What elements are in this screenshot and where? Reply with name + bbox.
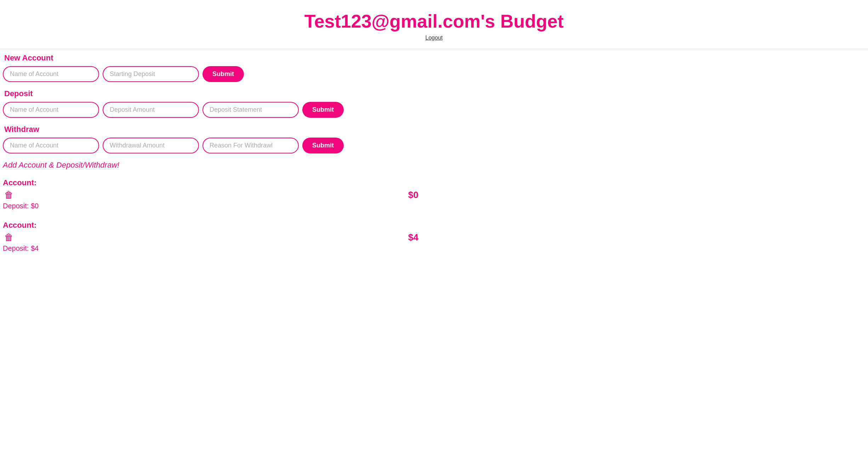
deposit-text-0: Deposit: $0 <box>3 202 422 210</box>
withdraw-label: Withdraw <box>3 125 422 134</box>
new-account-deposit-input[interactable] <box>103 66 199 82</box>
withdraw-submit-button[interactable]: Submit <box>302 138 344 153</box>
account-label-1: Account: <box>3 221 422 230</box>
account-row-0: 🗑 $0 <box>3 190 422 201</box>
new-account-name-input[interactable] <box>3 66 99 82</box>
deposit-text-1: Deposit: $4 <box>3 244 422 252</box>
account-row-1: 🗑 $4 <box>3 232 422 243</box>
deposit-amount-input[interactable] <box>103 102 199 118</box>
deposit-name-input[interactable] <box>3 102 99 118</box>
withdraw-amount-input[interactable] <box>103 138 199 153</box>
delete-account-button-1[interactable]: 🗑 <box>3 232 15 243</box>
account-balance-1: $4 <box>408 232 418 243</box>
account-section-0: Account: 🗑 $0 Deposit: $0 <box>3 178 422 210</box>
page-title: Test123@gmail.com's Budget <box>0 11 868 32</box>
withdraw-name-input[interactable] <box>3 138 99 153</box>
new-account-submit-button[interactable]: Submit <box>202 66 244 82</box>
account-balance-0: $0 <box>408 190 418 201</box>
account-label-0: Account: <box>3 178 422 187</box>
deposit-form: Submit <box>3 102 422 118</box>
page-header: Test123@gmail.com's Budget Logout <box>0 0 868 45</box>
new-account-label: New Account <box>3 53 422 63</box>
promo-text: Add Account & Deposit/Withdraw! <box>3 161 422 170</box>
withdraw-form: Submit <box>3 138 422 153</box>
logout-button[interactable]: Logout <box>426 35 443 41</box>
account-section-1: Account: 🗑 $4 Deposit: $4 <box>3 221 422 252</box>
accounts-container: Account: 🗑 $0 Deposit: $0 Account: 🗑 $4 … <box>3 178 422 252</box>
main-content: New Account Submit Deposit Submit Withdr… <box>0 53 425 252</box>
deposit-submit-button[interactable]: Submit <box>302 102 344 118</box>
deposit-statement-input[interactable] <box>202 102 299 118</box>
header-divider <box>0 49 868 49</box>
withdraw-reason-input[interactable] <box>202 138 299 153</box>
deposit-label: Deposit <box>3 89 422 98</box>
new-account-form: Submit <box>3 66 422 82</box>
delete-account-button-0[interactable]: 🗑 <box>3 190 15 201</box>
